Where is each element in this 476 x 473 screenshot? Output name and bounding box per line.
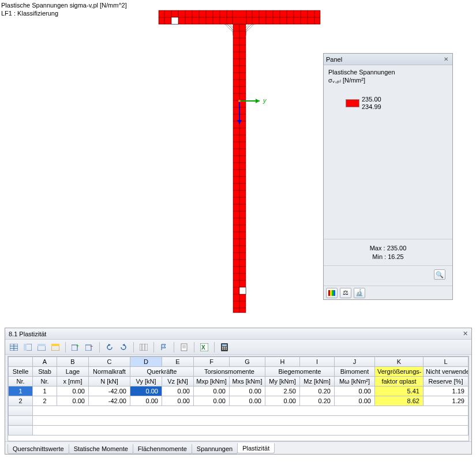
columns-icon[interactable] [137,341,150,353]
tab-spannungen[interactable]: Spannungen [192,444,238,454]
results-title: 8.1 Plastizität [9,331,46,337]
tab-statische-momente[interactable]: Statische Momente [69,444,133,454]
col-letters-row: A B C D E F G H I J K L [9,357,468,367]
svg-marker-99 [122,344,125,346]
legend-titlebar[interactable]: Panel ✕ [324,54,452,65]
svg-rect-80 [328,290,330,296]
palette-icon[interactable] [326,288,338,298]
tab-plastizitaet[interactable]: Plastizität [237,443,275,453]
legend-scale-high: 235.00 [362,96,381,103]
results-tabs: Querschnittswerte Statische Momente Fläc… [5,441,471,454]
results-toolbar: + − X [5,340,471,355]
balance-icon[interactable]: ⚖ [340,288,351,298]
svg-rect-103 [181,344,187,351]
svg-rect-93 [51,344,59,346]
table-row[interactable] [9,426,468,436]
table-highlight-icon[interactable] [49,341,62,353]
svg-rect-83 [333,290,335,296]
table-row[interactable]: 2 2 0.00 -42.00 0.00 0.00 0.00 0.00 0.00… [9,396,468,406]
header-row-2: Nr. Nr. x [mm] N [kN] Vy [kN] Vz [kN] Mx… [9,377,468,386]
svg-rect-113 [226,347,227,348]
svg-rect-110 [222,344,227,346]
svg-rect-116 [226,348,227,350]
tab-querschnittswerte[interactable]: Querschnittswerte [8,444,69,454]
legend-heading: Plastische Spannungen [328,69,448,76]
svg-rect-81 [330,290,332,296]
undo-icon[interactable] [103,341,116,353]
table-row[interactable] [9,416,468,426]
table-row[interactable]: 1 1 0.00 -42.00 0.00 0.00 0.00 0.00 2.50… [9,386,468,396]
svg-rect-82 [332,290,333,296]
legend-scale-low: 234.99 [362,103,381,111]
svg-rect-112 [224,347,225,348]
results-table[interactable]: A B C D E F G H I J K L Stelle Stab Lage [8,356,468,436]
calculator-icon[interactable] [218,341,231,353]
svg-rect-24 [171,17,178,24]
svg-rect-91 [38,344,46,346]
grid-plus-icon[interactable]: + [69,341,82,353]
close-icon[interactable]: ✕ [442,55,450,63]
table-top-icon[interactable] [35,341,48,353]
svg-text:X: X [201,344,205,351]
results-table-wrap[interactable]: A B C D E F G H I J K L Stelle Stab Lage [8,356,469,441]
svg-text:−: − [90,344,93,349]
redo-icon[interactable] [117,341,130,353]
svg-point-79 [238,100,241,102]
tab-flaechenmomente[interactable]: Flächenmomente [133,444,192,454]
legend-panel[interactable]: Panel ✕ Plastische Spannungen σᵥ,ₚₗ [N/m… [323,53,453,300]
legend-toolbar: ⚖ 🔬 [324,286,452,299]
svg-text:+: + [76,344,79,349]
grid-minus-icon[interactable]: − [83,341,96,353]
results-window: 8.1 Plastizität ✕ + − X [5,328,472,455]
svg-rect-100 [140,344,148,351]
table-icon[interactable] [8,341,20,353]
results-titlebar[interactable]: 8.1 Plastizität ✕ [5,328,471,340]
svg-rect-89 [24,344,27,351]
legend-max-row: Max : 235.00 Min : 16.25 [328,244,448,261]
excel-icon[interactable]: X [198,341,211,353]
svg-rect-115 [224,348,225,350]
svg-marker-76 [256,99,260,103]
cross-section-figure: y [156,6,323,317]
table-left-icon[interactable] [21,341,34,353]
legend-subheading: σᵥ,ₚₗ [N/mm²] [328,77,448,84]
legend-scale: 235.00 234.99 [346,96,448,110]
legend-title: Panel [326,56,342,63]
magnifier-icon[interactable]: 🔍 [434,269,445,280]
axis-y-label: y [263,97,267,104]
legend-body: Plastische Spannungen σᵥ,ₚₗ [N/mm²] 235.… [324,65,452,286]
svg-line-26 [227,24,233,30]
svg-marker-98 [108,344,111,346]
document-icon[interactable] [178,341,190,353]
svg-line-29 [246,24,252,30]
close-icon[interactable]: ✕ [463,330,468,337]
table-row[interactable] [9,406,468,416]
viewport-overlay-label: Plastische Spannungen sigma-v,pl [N/mm^2… [1,1,127,18]
legend-color-swatch [346,99,359,107]
microscope-icon[interactable]: 🔬 [354,288,365,298]
flag-icon[interactable] [158,341,170,353]
svg-rect-74 [239,287,246,294]
header-row-1: Stelle Stab Lage Normalkraft Querkräfte … [9,367,468,377]
svg-rect-114 [222,348,223,350]
svg-rect-111 [222,347,223,348]
